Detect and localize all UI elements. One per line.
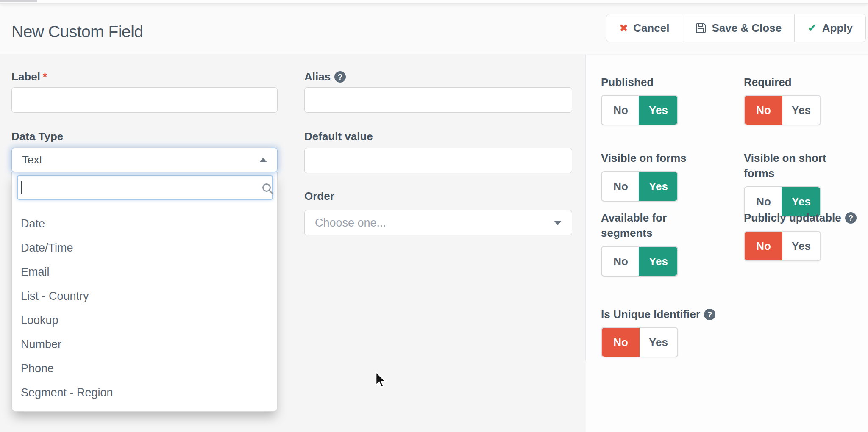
visible-on-forms-toggle: No Yes xyxy=(601,171,678,202)
publicly-updatable-yes-button[interactable]: Yes xyxy=(782,232,820,260)
data-type-selected-value: Text xyxy=(22,153,42,166)
publicly-updatable-toggle: No Yes xyxy=(744,231,821,261)
help-icon[interactable]: ? xyxy=(704,309,715,320)
data-type-dropdown: Date Date/Time Email List - Country Look… xyxy=(11,172,278,412)
page-title: New Custom Field xyxy=(11,22,143,41)
is-unique-identifier-label-text: Is Unique Identifier xyxy=(601,308,700,321)
published-toggle: No Yes xyxy=(601,95,678,125)
label-field-label: Label* xyxy=(11,70,47,83)
required-asterisk: * xyxy=(43,70,47,83)
required-label: Required xyxy=(744,75,792,90)
label-input[interactable] xyxy=(11,87,278,113)
cancel-button-label: Cancel xyxy=(633,22,669,35)
data-type-option-list: Date Date/Time Email List - Country Look… xyxy=(12,212,277,405)
search-icon xyxy=(261,182,274,195)
published-yes-button[interactable]: Yes xyxy=(639,95,678,125)
publicly-updatable-label: Publicly updatable? xyxy=(744,210,857,225)
header-button-group: ✖ Cancel Save & Close ✔ Apply xyxy=(606,14,866,42)
help-icon[interactable]: ? xyxy=(845,212,857,224)
published-no-button[interactable]: No xyxy=(602,96,640,125)
apply-button-label: Apply xyxy=(822,22,853,35)
available-for-segments-label: Available for segments xyxy=(601,210,703,241)
chevron-up-icon xyxy=(259,158,267,162)
is-unique-identifier-toggle: No Yes xyxy=(601,327,678,357)
required-toggle: No Yes xyxy=(744,95,821,125)
alias-input[interactable] xyxy=(304,87,572,113)
publicly-updatable-label-text: Publicly updatable xyxy=(744,211,841,224)
visible-on-forms-no-button[interactable]: No xyxy=(602,172,640,201)
new-custom-field-page: New Custom Field ✖ Cancel Save & Close ✔… xyxy=(0,0,868,432)
window-chrome-fragment xyxy=(0,0,37,2)
available-for-segments-yes-button[interactable]: Yes xyxy=(639,246,678,277)
visible-on-forms-label: Visible on forms xyxy=(601,150,687,166)
data-type-label: Data Type xyxy=(11,130,63,143)
alias-label-text: Alias xyxy=(304,70,331,83)
dropdown-search-input[interactable] xyxy=(17,175,273,200)
panel-divider xyxy=(585,55,586,360)
is-unique-identifier-yes-button[interactable]: Yes xyxy=(640,328,677,357)
required-yes-button[interactable]: Yes xyxy=(782,96,820,125)
alias-label: Alias? xyxy=(304,70,346,83)
dropdown-option[interactable]: Lookup xyxy=(12,308,277,332)
dropdown-option[interactable]: Phone xyxy=(12,357,277,381)
save-and-close-button[interactable]: Save & Close xyxy=(682,14,795,42)
dropdown-option[interactable]: Number xyxy=(12,332,277,357)
order-select[interactable]: Choose one... xyxy=(304,210,572,235)
page-header: New Custom Field ✖ Cancel Save & Close ✔… xyxy=(0,4,868,54)
dropdown-option[interactable]: List - Country xyxy=(12,284,277,308)
apply-check-icon: ✔ xyxy=(807,21,817,35)
apply-button[interactable]: ✔ Apply xyxy=(795,14,865,42)
is-unique-identifier-label: Is Unique Identifier? xyxy=(601,307,715,322)
required-no-button[interactable]: No xyxy=(744,95,783,125)
published-label: Published xyxy=(601,75,654,90)
dropdown-option[interactable]: Date xyxy=(12,212,277,236)
default-value-input[interactable] xyxy=(304,148,572,173)
cancel-button[interactable]: ✖ Cancel xyxy=(606,14,682,42)
default-value-label: Default value xyxy=(304,130,373,143)
publicly-updatable-no-button[interactable]: No xyxy=(744,231,783,261)
dropdown-option[interactable]: Email xyxy=(12,260,277,284)
text-caret xyxy=(21,181,22,194)
order-label: Order xyxy=(304,189,334,203)
help-icon[interactable]: ? xyxy=(334,71,346,83)
dropdown-option[interactable]: Date/Time xyxy=(12,236,277,260)
cancel-x-icon: ✖ xyxy=(619,22,628,34)
label-field-label-text: Label xyxy=(11,70,40,83)
visible-on-forms-yes-button[interactable]: Yes xyxy=(639,171,678,202)
order-placeholder: Choose one... xyxy=(315,216,386,230)
dropdown-option[interactable]: Segment - Region xyxy=(12,381,277,405)
save-icon xyxy=(695,22,707,34)
data-type-select[interactable]: Text xyxy=(11,148,278,172)
top-divider xyxy=(0,0,868,4)
chevron-down-icon xyxy=(554,221,562,225)
is-unique-identifier-no-button[interactable]: No xyxy=(601,327,640,357)
save-and-close-button-label: Save & Close xyxy=(712,22,782,35)
visible-on-short-forms-label: Visible on short forms xyxy=(744,150,851,181)
available-for-segments-toggle: No Yes xyxy=(601,246,678,277)
available-for-segments-no-button[interactable]: No xyxy=(602,247,640,276)
